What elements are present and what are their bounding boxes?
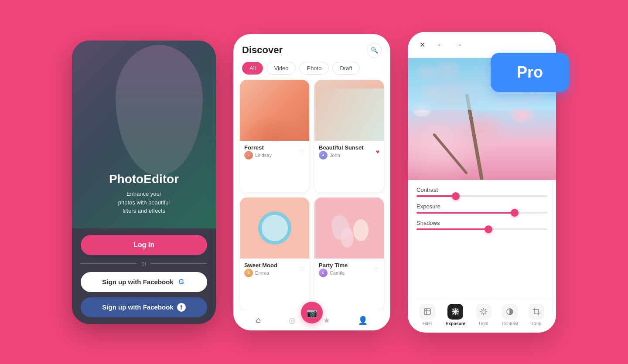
shadows-label: Shadows <box>416 220 547 226</box>
shadows-slider-fill <box>416 228 488 230</box>
avatar: J <box>319 151 328 160</box>
crop-icon <box>529 304 544 320</box>
app-subtitle: Enhance yourphotos with beautifulfilters… <box>72 190 216 215</box>
exposure-icon <box>447 304 463 320</box>
login-button[interactable]: Log In <box>81 235 207 255</box>
username: John <box>330 153 340 158</box>
like-button[interactable]: ♡ <box>374 266 379 273</box>
exposure-label: Exposure <box>416 203 547 210</box>
like-button[interactable]: ♡ <box>299 266 305 273</box>
profile-icon[interactable]: 👤 <box>358 316 368 325</box>
app-wrapper: PhotoEditor Enhance yourphotos with beau… <box>72 32 556 333</box>
tool-exposure-label: Exposure <box>446 321 466 326</box>
tab-photo[interactable]: Photo <box>299 62 329 75</box>
contrast-control: Contrast <box>416 187 547 197</box>
card-sunset: Beautiful Sunset J John ♥ <box>314 80 384 192</box>
card-image-sunset <box>314 80 384 141</box>
filter-tabs: All Video Photo Draft <box>233 62 390 80</box>
google-icon: G <box>177 278 186 286</box>
search-button[interactable]: 🔍 <box>367 43 382 58</box>
card-info: Forrest L Lindsay ♡ <box>240 141 309 163</box>
exposure-slider-track[interactable] <box>416 212 547 214</box>
shadows-control: Shadows <box>416 220 547 230</box>
shadows-slider-thumb[interactable] <box>485 225 492 233</box>
pro-badge-text: Pro <box>517 63 543 82</box>
tool-light[interactable]: Light <box>476 304 491 326</box>
tab-draft[interactable]: Draft <box>332 62 359 75</box>
tab-all[interactable]: All <box>242 62 263 75</box>
discover-title: Discover <box>242 44 283 56</box>
filter-icon <box>420 304 435 320</box>
card-user: J John <box>319 151 364 160</box>
signup-google-button[interactable]: Sign up with Facebook G <box>81 272 207 292</box>
contrast-slider-fill <box>416 195 456 197</box>
button-label: Sign up with Facebook <box>102 278 173 286</box>
light-icon <box>476 304 491 320</box>
contrast-slider-thumb[interactable] <box>452 192 460 200</box>
app-title: PhotoEditor <box>72 172 216 186</box>
card-party: Party Time C Camila ♡ <box>314 197 384 310</box>
avatar: C <box>319 269 328 277</box>
card-info: Sweet Mood E Emma ♡ <box>240 259 309 281</box>
card-image-party <box>314 197 384 259</box>
contrast-slider-track[interactable] <box>416 195 547 197</box>
or-divider: or <box>81 260 207 267</box>
tab-video[interactable]: Video <box>266 62 296 75</box>
phone-login: PhotoEditor Enhance yourphotos with beau… <box>72 41 216 324</box>
tool-contrast[interactable]: Contrast <box>502 304 519 326</box>
camera-fab-button[interactable]: 📷 <box>301 302 323 323</box>
close-icon[interactable]: ✕ <box>416 38 429 51</box>
explore-icon[interactable]: ◎ <box>289 316 296 325</box>
card-forrest: Forrest L Lindsay ♡ <box>240 80 309 192</box>
facebook-icon: f <box>177 303 186 312</box>
card-image-forrest <box>240 80 309 141</box>
avatar: L <box>244 151 253 160</box>
card-title: Forrest <box>244 144 272 151</box>
button-label: Sign up with Facebook <box>102 303 173 311</box>
hero-text: PhotoEditor Enhance yourphotos with beau… <box>72 172 216 215</box>
card-title: Beautiful Sunset <box>319 144 364 151</box>
card-mood: Sweet Mood E Emma ♡ <box>240 197 309 310</box>
card-image-mood <box>240 197 309 259</box>
card-info: Beautiful Sunset J John ♥ <box>314 141 384 163</box>
favorites-icon[interactable]: ★ <box>323 316 330 325</box>
divider-text: or <box>141 260 147 267</box>
svg-rect-0 <box>424 309 430 315</box>
tool-filter[interactable]: Filter <box>420 304 435 326</box>
contrast-label: Contrast <box>416 187 547 193</box>
like-button[interactable]: ♡ <box>299 148 305 155</box>
exposure-slider-thumb[interactable] <box>511 209 519 217</box>
tool-crop[interactable]: Crop <box>529 304 544 326</box>
phone-discover: Discover 🔍 All Video Photo Draft Forrest… <box>233 34 390 330</box>
hero-image: PhotoEditor Enhance yourphotos with beau… <box>72 41 216 228</box>
avatar: E <box>244 269 253 277</box>
exposure-control: Exposure <box>416 203 547 214</box>
tool-contrast-label: Contrast <box>502 321 519 326</box>
discover-header: Discover 🔍 <box>233 34 390 62</box>
back-icon[interactable]: ← <box>434 38 447 51</box>
shadows-slider-track[interactable] <box>416 228 547 230</box>
username: Camila <box>330 270 345 276</box>
editor-controls: Contrast Exposure Shadows <box>408 180 556 299</box>
like-button[interactable]: ♥ <box>376 148 379 155</box>
signup-facebook-button[interactable]: Sign up with Facebook f <box>81 297 207 317</box>
tool-exposure[interactable]: Exposure <box>446 304 466 326</box>
pro-badge: Pro <box>491 53 569 92</box>
exposure-slider-fill <box>416 212 515 214</box>
username: Lindsay <box>255 153 272 158</box>
tool-filter-label: Filter <box>423 321 432 326</box>
home-icon[interactable]: ⌂ <box>256 316 261 325</box>
tool-crop-label: Crop <box>532 321 541 326</box>
card-title: Party Time <box>319 262 348 269</box>
card-title: Sweet Mood <box>244 262 277 269</box>
card-user: C Camila <box>319 269 348 277</box>
contrast-icon <box>502 304 518 320</box>
card-info: Party Time C Camila ♡ <box>314 259 384 281</box>
login-bottom: Log In or Sign up with Facebook G Sign u… <box>72 228 216 324</box>
content-grid: Forrest L Lindsay ♡ Beautiful Sunset <box>233 80 390 310</box>
card-user: L Lindsay <box>244 151 272 160</box>
username: Emma <box>255 270 269 276</box>
bottom-navigation: ⌂ ◎ 📷 ★ 👤 <box>233 310 390 330</box>
card-user: E Emma <box>244 269 277 277</box>
forward-icon[interactable]: → <box>452 38 465 51</box>
